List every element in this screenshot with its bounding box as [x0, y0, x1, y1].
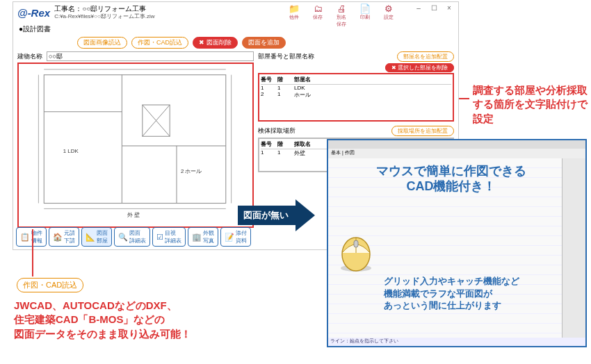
btn-add-sample[interactable]: 採取場所を追加配置: [391, 126, 454, 136]
tab-contractor[interactable]: 🏠元請 下請: [49, 227, 79, 247]
title-text: 工事名：○○邸リフォーム工事 C:¥a-Rex¥files¥○○邸リフォーム工事…: [54, 5, 154, 20]
building-name-label: 建物名称: [17, 52, 42, 61]
maximize-button[interactable]: ☐: [426, 2, 442, 15]
cad-titlebar: [328, 140, 585, 149]
cad-tabs[interactable]: 基本 | 作図: [328, 149, 585, 158]
cad-subtext: グリッド入力やキャッチ機能など 機能満載でラフな平面図が あっという間に仕上がり…: [384, 275, 519, 312]
room-callout-text: 調査する部屋や分析採取 する箇所を文字貼付けで 設定: [473, 83, 588, 126]
rooms-title: 部屋番号と部屋名称: [258, 52, 314, 61]
rooms-table[interactable]: 番号階部屋名 11LDK 21ホール: [258, 73, 454, 122]
cad-side-panel[interactable]: [562, 158, 585, 338]
project-title: 工事名：○○邸リフォーム工事: [54, 5, 154, 13]
project-path: C:¥a-Rex¥files¥○○邸リフォーム工事.ziw: [54, 13, 154, 20]
table-row[interactable]: 11LDK: [261, 85, 451, 91]
tab-visual[interactable]: ☑目視 詳細表: [152, 227, 186, 247]
tab-exterior[interactable]: 🏢外観 写真: [188, 227, 218, 247]
floorplan-svg: 1 LDK 2 ホール 外 壁: [19, 64, 252, 226]
building-name-input[interactable]: [47, 51, 254, 61]
close-button[interactable]: ×: [442, 2, 457, 15]
table-row[interactable]: 21ホール: [261, 91, 451, 99]
btn-add-room-label[interactable]: 部屋名を追加配置: [397, 51, 454, 62]
tab-detail[interactable]: 🔍図面 詳細表: [114, 227, 150, 247]
svg-rect-18: [354, 240, 358, 247]
bottom-tabs: 📋物件 情報 🏠元請 下請 📐図面 部屋 🔍図面 詳細表 ☑目視 詳細表 🏢外観…: [16, 227, 251, 247]
action-row: 図面画像読込 作図・CAD読込 ✖ 図面削除 図面を追加: [13, 35, 458, 51]
lead-line: [459, 98, 469, 99]
btn-image-import[interactable]: 図面画像読込: [77, 37, 127, 49]
floorplan-box[interactable]: 1 LDK 2 ホール 外 壁: [17, 63, 254, 228]
toolbar: 📁他件 🗂保存 🖨別名保存 📄印刷 ⚙設定: [287, 3, 396, 28]
btn-cad-import[interactable]: 作図・CAD読込: [131, 37, 188, 49]
toolbar-other[interactable]: 📁他件: [287, 3, 301, 28]
svg-text:1 LDK: 1 LDK: [63, 148, 79, 154]
cad-status-bar: ライン：始点を指示して下さい: [328, 338, 585, 346]
titlebar: @-Rex 工事名：○○邸リフォーム工事 C:¥a-Rex¥files¥○○邸リ…: [13, 2, 458, 23]
toolbar-settings[interactable]: ⚙設定: [382, 3, 396, 28]
btn-delete-drawing[interactable]: ✖ 図面削除: [193, 37, 238, 49]
toolbar-save[interactable]: 🗂保存: [311, 3, 325, 28]
tab-drawing[interactable]: 📐図面 部屋: [81, 227, 112, 247]
lead-line: [32, 229, 33, 276]
minimize-button[interactable]: –: [411, 2, 426, 15]
svg-rect-0: [44, 75, 226, 204]
building-name-row: 建物名称: [17, 51, 254, 61]
mouse-icon: [334, 233, 378, 274]
cad-import-desc: JWCAD、AUTOCADなどのDXF、 住宅建築CAD「B-MOS」などの 図…: [14, 299, 191, 341]
samples-title: 検体採取場所: [258, 126, 296, 135]
toolbar-print[interactable]: 📄印刷: [358, 3, 372, 28]
svg-text:外 壁: 外 壁: [127, 212, 140, 218]
tab-attach[interactable]: 📝添付 資料: [220, 227, 251, 247]
tab-property[interactable]: 📋物件 情報: [16, 227, 47, 247]
btn-delete-room[interactable]: ✖ 選択した部屋を削除: [385, 63, 454, 72]
toolbar-saveas[interactable]: 🖨別名保存: [334, 3, 348, 28]
window-controls: – ☐ ×: [411, 2, 457, 15]
cad-import-callout: 作図・CAD読込: [17, 278, 83, 292]
app-logo: @-Rex: [17, 7, 50, 19]
btn-add-drawing[interactable]: 図面を追加: [242, 37, 286, 49]
no-drawing-arrow: 図面が無い: [238, 206, 296, 225]
svg-text:2 ホール: 2 ホール: [181, 168, 202, 174]
cad-headline: マウスで簡単に作図できる CAD機能付き！: [345, 164, 558, 194]
left-column: 建物名称: [17, 51, 254, 232]
